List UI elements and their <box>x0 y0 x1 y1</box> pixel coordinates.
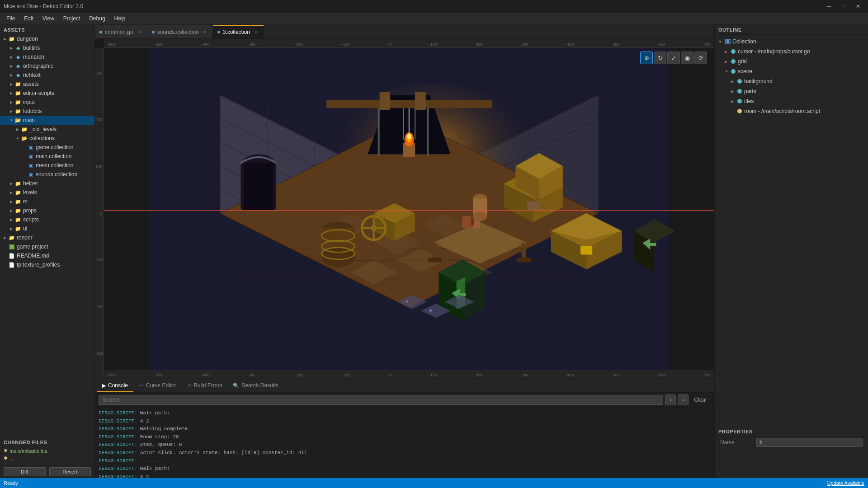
svg-rect-42 <box>326 100 492 108</box>
folder-icon: 📁 <box>8 35 15 42</box>
revert-button[interactable]: Revert <box>49 467 91 476</box>
search-input[interactable] <box>99 395 663 405</box>
svg-rect-73 <box>580 246 592 255</box>
sidebar-item-game-project[interactable]: 🟩 game.project <box>0 242 94 251</box>
menu-project[interactable]: Project <box>59 13 85 24</box>
log-entry: DEBUG:SCRIPT: Walk path: <box>99 409 711 418</box>
sidebar-item-texture-profiles[interactable]: 📄 tp.texture_profiles <box>0 260 94 269</box>
tab-sounds-collection[interactable]: sounds.collection ✕ <box>147 25 213 38</box>
console-tab-build-errors[interactable]: ⚠ Build Errors <box>182 380 228 392</box>
console-tab-curve-editor[interactable]: 〰 Curve Editor <box>133 380 182 392</box>
sidebar-item-main[interactable]: 📂 main <box>0 116 94 125</box>
camera-tool-button[interactable]: ⟳ <box>694 52 707 64</box>
console-output: DEBUG:SCRIPT: Walk path: DEBUG:SCRIPT: 4… <box>95 408 714 478</box>
sidebar-item-old-levels[interactable]: 📁 _old_levels <box>0 125 94 134</box>
close-button[interactable]: ✕ <box>852 2 864 11</box>
file-icon: 📄 <box>8 261 15 268</box>
menu-help[interactable]: Help <box>110 13 130 24</box>
project-icon: 🟩 <box>8 243 15 250</box>
diff-button[interactable]: Diff <box>4 467 46 476</box>
tree-arrow <box>8 198 14 205</box>
sidebar-item-input[interactable]: 📁 input <box>0 98 94 107</box>
collection-icon: ▣ <box>27 144 34 151</box>
scale-tool-button[interactable]: ⤢ <box>667 52 680 64</box>
outline-item-cursor[interactable]: ▶ cursor - /main/props/cursor.go <box>715 47 868 56</box>
search-prev-button[interactable]: ‹ <box>665 394 676 405</box>
clear-button[interactable]: Clear <box>690 396 711 404</box>
sidebar-item-readme[interactable]: 📄 README.md <box>0 251 94 260</box>
center-area: common.go ✕ sounds.collection ✕ 3.collec… <box>95 24 714 478</box>
sidebar-item-helper[interactable]: 📁 helper <box>0 179 94 188</box>
outline-item-scene[interactable]: ▼ scene <box>715 66 868 76</box>
maximize-button[interactable]: □ <box>837 2 850 11</box>
folder-icon: 📁 <box>14 80 22 88</box>
outline-item-parts[interactable]: ▶ parts <box>715 86 868 96</box>
search-bar: ‹ › Clear <box>95 393 714 408</box>
search-next-button[interactable]: › <box>678 394 689 405</box>
sidebar-item-ludobits[interactable]: 📁 ludobits <box>0 107 94 116</box>
visibility-tool-button[interactable]: ◉ <box>681 52 693 64</box>
rotate-tool-button[interactable]: ↻ <box>654 52 666 64</box>
sidebar-item-editor-scripts[interactable]: 📁 editor-scripts <box>0 89 94 98</box>
sidebar-item-ui[interactable]: 📁 ui <box>0 224 94 233</box>
sidebar-item-assets[interactable]: 📁 assets <box>0 80 94 89</box>
sidebar-item-builtins[interactable]: ◆ builtins <box>0 43 94 52</box>
sidebar-item-orthographic[interactable]: ◆ orthographic <box>0 61 94 70</box>
modified-icon: ✱ <box>4 455 8 461</box>
changed-file-extra[interactable]: ✱ ... <box>0 455 94 462</box>
menu-file[interactable]: File <box>2 13 19 24</box>
sidebar-item-main-collection[interactable]: ▣ main.collection <box>0 152 94 161</box>
sidebar-item-menu-collection[interactable]: ▣ menu.collection <box>0 161 94 170</box>
update-available[interactable]: Update Available <box>827 480 864 486</box>
svg-rect-34 <box>427 100 429 156</box>
svg-text:✦: ✦ <box>428 307 433 314</box>
outline-item-collection[interactable]: ▼ Collection <box>715 37 868 47</box>
tab-type-indicator <box>99 31 102 33</box>
sidebar-item-monarch[interactable]: ◆ monarch <box>0 52 94 61</box>
tab-close-button[interactable]: ✕ <box>136 29 142 35</box>
move-tool-button[interactable]: ⊕ <box>640 52 653 64</box>
curve-editor-tab-label: Curve Editor <box>146 382 176 389</box>
console-tab-search-results[interactable]: 🔍 Search Results <box>227 380 283 392</box>
tab-close-button[interactable]: ✕ <box>253 29 259 35</box>
folder-icon: 📁 <box>8 234 15 241</box>
outline-header: Outline <box>715 24 868 35</box>
outline-item-label: grid <box>738 58 747 65</box>
search-results-tab-label: Search Results <box>241 382 278 389</box>
tab-3-collection[interactable]: 3.collection ✕ <box>213 25 264 38</box>
sidebar-item-sounds-collection[interactable]: ▣ sounds.collection <box>0 170 94 179</box>
outline-item-tiles[interactable]: ▶ tiles <box>715 96 868 106</box>
outline-tree: ▼ Collection ▶ cursor - /main/props/curs… <box>715 35 868 424</box>
search-results-icon: 🔍 <box>233 383 239 389</box>
outline-item-room[interactable]: ▶ room - /main/scripts/room.script <box>715 106 868 116</box>
sidebar-item-m[interactable]: 📁 m <box>0 197 94 206</box>
changed-file-battle-lua[interactable]: ✱ main/m/battle.lua <box>0 447 94 455</box>
sidebar-item-scripts[interactable]: 📁 scripts <box>0 215 94 224</box>
sidebar-item-game-collection[interactable]: ▣ game.collection <box>0 143 94 152</box>
tree-arrow <box>8 99 14 105</box>
outline-item-grid[interactable]: ▶ grid <box>715 56 868 66</box>
folder-icon: 📁 <box>14 207 22 214</box>
log-entry: DEBUG:SCRIPT: Actor click. Actor's state… <box>99 449 711 457</box>
minimize-button[interactable]: ─ <box>823 2 835 11</box>
console-icon: ▶ <box>102 383 106 389</box>
sidebar-item-richtext[interactable]: ◆ richtext <box>0 70 94 80</box>
tab-close-button[interactable]: ✕ <box>202 29 208 35</box>
tree-arrow <box>14 126 21 132</box>
outline-item-background[interactable]: ▶ background <box>715 76 868 86</box>
tab-common-go[interactable]: common.go ✕ <box>95 25 147 38</box>
name-label: Name <box>720 439 756 446</box>
svg-rect-33 <box>378 100 380 156</box>
sidebar-item-render[interactable]: 📁 render <box>0 233 94 242</box>
outline-arrow: ▶ <box>725 60 731 64</box>
menu-debug[interactable]: Debug <box>85 13 109 24</box>
console-tab-console[interactable]: ▶ Console <box>97 380 133 392</box>
sidebar-item-levels[interactable]: 📁 levels <box>0 188 94 197</box>
menu-view[interactable]: View <box>38 13 59 24</box>
sidebar-item-props[interactable]: 📁 props <box>0 206 94 215</box>
scene-view[interactable]: ✦ ✦ <box>104 48 714 379</box>
menu-edit[interactable]: Edit <box>19 13 38 24</box>
name-input[interactable] <box>756 438 863 447</box>
sidebar-item-dungeon[interactable]: 📁 dungeon <box>0 34 94 43</box>
sidebar-item-collections[interactable]: 📂 collections <box>0 134 94 143</box>
